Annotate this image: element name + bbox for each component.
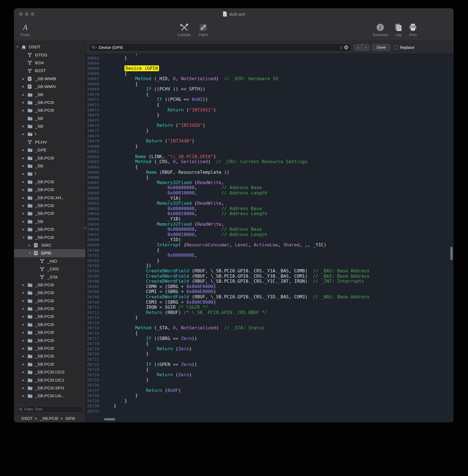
disclosure-down-icon[interactable]: ▼: [29, 252, 34, 254]
code-text[interactable]: If ((PCHG == 0x02)): [103, 97, 208, 102]
breadcrumb-item[interactable]: _SB.PCI0: [40, 416, 58, 421]
tree-item-gpe[interactable]: ▶_GPE: [14, 146, 85, 154]
disclosure-right-icon[interactable]: ▶: [22, 291, 27, 294]
tree-item-sb-pci0[interactable]: ▶_SB.PCI0: [14, 154, 85, 162]
tree-item-sb[interactable]: _SB: [14, 115, 85, 122]
tree-item-hid[interactable]: _HID: [14, 257, 85, 265]
disclosure-right-icon[interactable]: ▶: [22, 363, 27, 366]
tree-item-sb-pci0[interactable]: ▶_SB.PCI0: [14, 344, 85, 352]
code-text[interactable]: }: [103, 351, 149, 357]
code-text[interactable]: Return (RBUF) /* \_SB_.PCI0.GPI0._CRS.RB…: [103, 310, 267, 315]
code-text[interactable]: CreateDWordField (RBUF, \_SB.PCI0.GPI0._…: [103, 279, 364, 284]
code-text[interactable]: 0x00000000, // Address Base: [103, 185, 262, 191]
code-text[interactable]: {: [103, 92, 149, 97]
disclosure-right-icon[interactable]: ▶: [22, 196, 27, 199]
disclosure-right-icon[interactable]: ▶: [22, 125, 27, 128]
code-text[interactable]: 0x00010000, // Address Length: [103, 211, 267, 216]
disclosure-right-icon[interactable]: ▶: [22, 157, 27, 160]
code-text[interactable]: COM3 = (SBRG + 0x00AC0000): [103, 300, 216, 305]
tree-item-sb-pci0[interactable]: ▶_SB.PCI0: [14, 352, 85, 360]
code-text[interactable]: }: [103, 403, 116, 409]
vertical-scrollbar[interactable]: [450, 247, 453, 260]
disclosure-right-icon[interactable]: ▶: [22, 188, 27, 191]
tree-item-sb-pci0[interactable]: ▶_SB.PCI0: [14, 178, 85, 186]
code-text[interactable]: 0x00000000, // Address Base: [103, 227, 262, 232]
tree-item-dsdt[interactable]: ▼DSDT: [14, 43, 85, 51]
replace-checkbox[interactable]: [394, 46, 398, 49]
compile-button[interactable]: Compile: [178, 23, 191, 37]
code-text[interactable]: _Y1B): [103, 216, 181, 222]
disclosure-right-icon[interactable]: ▶: [22, 228, 27, 231]
tree-item-sirc[interactable]: ▶SIRC: [14, 241, 85, 249]
disclosure-right-icon[interactable]: ▶: [22, 347, 27, 350]
tree-item-sb-pci0[interactable]: ▶_SB.PCI0: [14, 186, 85, 194]
code-text[interactable]: _Y1A): [103, 196, 181, 201]
disclosure-down-icon[interactable]: ▼: [22, 236, 27, 239]
code-text[interactable]: Memory32Fixed (ReadWrite,: [103, 201, 224, 206]
code-text[interactable]: Memory32Fixed (ReadWrite,: [103, 180, 224, 185]
breadcrumb-item[interactable]: DSDT: [21, 416, 33, 421]
code-text[interactable]: Name (RBUF, ResourceTemplate (): [103, 170, 230, 175]
code-text[interactable]: 0x00010000, // Address Length: [103, 191, 267, 196]
tree-item-sb-pci0-xh[interactable]: ▶_SB.PCI0.XH...: [14, 194, 85, 201]
find-previous-button[interactable]: ‹: [354, 44, 362, 51]
tree-item-sb-pci0-spi1[interactable]: ▶_SB.PCI0.SPI1: [14, 384, 85, 392]
tree-item-sb[interactable]: ▶_SB: [14, 218, 85, 225]
tree-item-[interactable]: ▶\: [14, 170, 85, 178]
disclosure-down-icon[interactable]: ▼: [16, 46, 21, 48]
code-text[interactable]: Name (LINK, "\\_SB.PCI0.GPI0"): [103, 154, 216, 160]
code-text[interactable]: 0x00000000, // Address Base: [103, 206, 262, 211]
tree-item-sb-wmiv[interactable]: ▶_SB.WMIV: [14, 83, 85, 91]
breadcrumb-item[interactable]: GPI0: [65, 416, 75, 421]
disclosure-right-icon[interactable]: ▶: [22, 339, 27, 342]
filter-field[interactable]: [16, 406, 83, 413]
disclosure-right-icon[interactable]: ▶: [22, 149, 27, 151]
disclosure-right-icon[interactable]: ▶: [22, 387, 27, 389]
print-button[interactable]: Print: [409, 23, 417, 37]
disclosure-right-icon[interactable]: ▶: [22, 172, 27, 175]
tree-item-pchv[interactable]: PCHV: [14, 138, 85, 146]
disclosure-right-icon[interactable]: ▶: [22, 85, 27, 88]
disclosure-right-icon[interactable]: ▶: [22, 77, 27, 80]
code-text[interactable]: }: [103, 144, 138, 149]
horizontal-scrollbar[interactable]: [104, 418, 115, 420]
code-text[interactable]: Interrupt (ResourceConsumer, Level, Acti…: [103, 242, 327, 248]
disclosure-right-icon[interactable]: ▶: [22, 93, 27, 96]
code-editor[interactable]: 20662 }20663 }2066420665 Device (GPI0206…: [86, 54, 453, 417]
disclosure-right-icon[interactable]: ▶: [22, 133, 27, 135]
tree-item-sb-pci0-ua[interactable]: ▶_SB.PCI0.UA...: [14, 392, 85, 400]
disclosure-right-icon[interactable]: ▶: [22, 323, 27, 326]
code-text[interactable]: {: [103, 82, 138, 87]
disclosure-right-icon[interactable]: ▶: [22, 394, 27, 397]
tree-item-sb-pci0[interactable]: ▼_SB.PCI0: [14, 233, 85, 241]
disclosure-right-icon[interactable]: ▶: [22, 355, 27, 358]
disclosure-right-icon[interactable]: ▶: [22, 109, 27, 112]
tree-item-sb-pci0[interactable]: ▶_SB.PCI0: [14, 321, 85, 329]
tree-item-crs[interactable]: _CRS: [14, 265, 85, 273]
code-text[interactable]: Return ("INT345D"): [103, 123, 205, 128]
code-text[interactable]: }: [103, 398, 127, 404]
code-text[interactable]: Memory32Fixed (ReadWrite,: [103, 222, 224, 227]
code-text[interactable]: If ((SBRG == Zero)): [103, 336, 197, 341]
tree-item-sb-pci0[interactable]: ▶_SB.PCI0: [14, 99, 85, 106]
code-text[interactable]: _Y1D): [103, 237, 181, 242]
code-text[interactable]: }: [103, 315, 138, 320]
disclosure-right-icon[interactable]: ▶: [22, 331, 27, 334]
code-text[interactable]: }: [103, 56, 127, 61]
code-text[interactable]: Device (GPI0: [103, 66, 159, 71]
code-text[interactable]: {: [103, 248, 159, 253]
pane-splitter-handle[interactable]: [84, 227, 86, 229]
code-text[interactable]: Method (_HID, 0, NotSerialized) // _HID:…: [103, 76, 278, 82]
code-text[interactable]: {: [103, 175, 149, 180]
code-text[interactable]: If ((PCHV () == SPTH)): [103, 87, 205, 92]
code-text[interactable]: {: [103, 165, 138, 170]
summary-button[interactable]: i Summary: [372, 23, 388, 37]
tree-item-sb-pci0[interactable]: ▶_SB.PCI0: [14, 202, 85, 210]
code-text[interactable]: CreateDWordField (RBUF, \_SB.PCI0.GPI0._…: [103, 294, 370, 300]
code-text[interactable]: Method (_STA, 0, NotSerialized) // _STA:…: [103, 325, 264, 331]
tree-item-sb-pci0-i2c1[interactable]: ▶_SB.PCI0.I2C1: [14, 376, 85, 384]
tree-item-sb[interactable]: ▶_SB: [14, 162, 85, 170]
code-text[interactable]: }: [103, 258, 159, 263]
code-text[interactable]: Method (_CRS, 0, Serialized) // _CRS: Cu…: [103, 159, 308, 165]
disclosure-right-icon[interactable]: ▶: [22, 284, 27, 286]
